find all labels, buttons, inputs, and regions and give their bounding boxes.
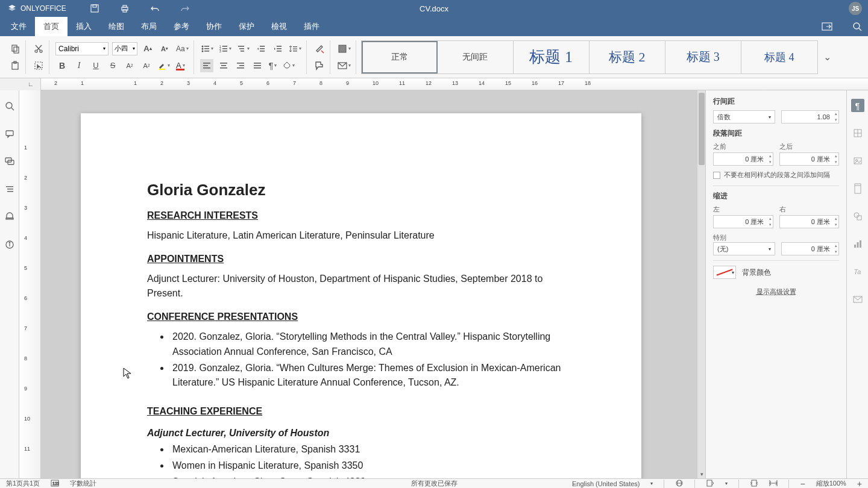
- about-icon[interactable]: [4, 239, 16, 251]
- search-icon[interactable]: [4, 100, 16, 112]
- tab-insert[interactable]: 插入: [68, 17, 100, 36]
- style-heading4[interactable]: 标题 4: [741, 41, 817, 74]
- tab-home[interactable]: 首页: [35, 17, 68, 36]
- style-heading2[interactable]: 标题 2: [590, 41, 665, 74]
- headings-icon[interactable]: [4, 183, 16, 195]
- special-indent-select[interactable]: (无)▾: [713, 242, 775, 255]
- spacing-after-input[interactable]: 0 厘米: [779, 152, 840, 166]
- change-case-button[interactable]: Aa: [175, 42, 190, 55]
- fit-page-icon[interactable]: [750, 479, 758, 489]
- style-no-spacing[interactable]: 无间距: [438, 41, 514, 74]
- style-heading3[interactable]: 标题 3: [665, 41, 741, 74]
- feedback-icon[interactable]: [4, 211, 16, 223]
- chat-icon[interactable]: [4, 155, 16, 167]
- line-spacing-value-input[interactable]: 1.08: [781, 110, 839, 124]
- select-all-button[interactable]: [32, 59, 45, 72]
- font-size-select[interactable]: 小四▾: [112, 42, 137, 55]
- italic-button[interactable]: I: [72, 59, 86, 72]
- style-heading1[interactable]: 标题 1: [514, 41, 590, 74]
- tab-file[interactable]: 文件: [2, 17, 35, 36]
- user-avatar[interactable]: JS: [849, 2, 862, 15]
- font-name-select[interactable]: Calibri▾: [55, 42, 108, 55]
- bullets-button[interactable]: [200, 42, 215, 55]
- mail-merge-settings-icon[interactable]: [851, 293, 864, 306]
- scroll-thumb[interactable]: [699, 93, 705, 165]
- numbering-button[interactable]: 123: [218, 42, 233, 55]
- strikethrough-button[interactable]: S: [106, 59, 119, 72]
- language-select[interactable]: English (United States): [572, 480, 640, 487]
- line-spacing-mode-select[interactable]: 倍数▾: [713, 110, 775, 124]
- align-justify-button[interactable]: [251, 59, 264, 72]
- document-canvas[interactable]: Gloria Gonzalez RESEARCH INTERESTS Hispa…: [41, 90, 697, 478]
- align-right-button[interactable]: [234, 59, 247, 72]
- font-color-button[interactable]: A: [175, 59, 186, 72]
- fit-width-icon[interactable]: [769, 480, 778, 488]
- spacing-before-input[interactable]: 0 厘米: [713, 152, 773, 166]
- track-changes-icon[interactable]: [706, 479, 714, 489]
- tab-protect[interactable]: 保护: [230, 17, 263, 36]
- mail-merge-button[interactable]: [336, 59, 352, 72]
- underline-button[interactable]: U: [89, 59, 102, 72]
- paragraph-shading-button[interactable]: [336, 42, 352, 55]
- cut-button[interactable]: [32, 42, 45, 55]
- save-button[interactable]: [89, 2, 101, 14]
- undo-button[interactable]: [149, 2, 161, 14]
- align-center-button[interactable]: [217, 59, 230, 72]
- show-advanced-link[interactable]: 显示高级设置: [713, 287, 839, 296]
- zoom-out-button[interactable]: −: [800, 479, 805, 489]
- header-footer-icon[interactable]: [851, 182, 864, 195]
- nonprinting-chars-button[interactable]: ¶: [268, 59, 278, 72]
- superscript-button[interactable]: A2: [123, 59, 136, 72]
- svg-rect-82: [860, 240, 861, 248]
- special-indent-value-input[interactable]: 0 厘米: [781, 242, 839, 255]
- print-button[interactable]: [119, 2, 131, 14]
- text-art-icon[interactable]: Ta: [851, 265, 864, 278]
- tab-collaboration[interactable]: 协作: [198, 17, 230, 36]
- search-button[interactable]: [851, 20, 863, 33]
- line-spacing-button[interactable]: [288, 42, 303, 55]
- table-settings-icon[interactable]: [851, 127, 864, 140]
- open-location-button[interactable]: [821, 20, 833, 33]
- scroll-down-icon[interactable]: ▾: [697, 470, 706, 478]
- shading-button[interactable]: [281, 59, 296, 72]
- indent-right-input[interactable]: 0 厘米: [779, 215, 840, 228]
- shape-settings-icon[interactable]: [851, 210, 864, 223]
- no-space-same-style-checkbox[interactable]: [713, 172, 720, 179]
- clear-formatting-button[interactable]: [313, 42, 326, 55]
- subscript-button[interactable]: A2: [140, 59, 153, 72]
- background-color-picker[interactable]: ▾: [713, 266, 736, 279]
- decrease-font-button[interactable]: A▾: [158, 42, 171, 55]
- page-info[interactable]: 第1页共1页: [6, 479, 40, 488]
- increase-indent-button[interactable]: [271, 42, 285, 55]
- vertical-scrollbar[interactable]: ▴ ▾: [697, 90, 705, 478]
- align-left-button[interactable]: [200, 59, 213, 72]
- copy-style-button[interactable]: [313, 59, 326, 72]
- spellcheck-icon[interactable]: [675, 479, 684, 489]
- zoom-in-button[interactable]: +: [857, 479, 862, 489]
- styles-expand-button[interactable]: ⌄: [820, 51, 835, 63]
- tab-view[interactable]: 檢視: [263, 17, 295, 36]
- zoom-value[interactable]: 縮放100%: [816, 479, 846, 488]
- tab-plugins[interactable]: 插件: [295, 17, 328, 36]
- chart-settings-icon[interactable]: [851, 237, 864, 251]
- image-settings-icon[interactable]: [851, 154, 864, 167]
- multilevel-list-button[interactable]: [236, 42, 251, 55]
- redo-button[interactable]: [179, 2, 191, 14]
- paste-button[interactable]: [8, 59, 22, 72]
- word-count-label[interactable]: 字數統計: [70, 479, 96, 488]
- paragraph-settings-icon[interactable]: ¶: [851, 99, 864, 112]
- decrease-indent-button[interactable]: [254, 42, 268, 55]
- indent-left-input[interactable]: 0 厘米: [713, 215, 773, 228]
- tab-references[interactable]: 参考: [165, 17, 198, 36]
- word-count-icon[interactable]: 123: [51, 480, 59, 488]
- bold-button[interactable]: B: [55, 59, 69, 72]
- vertical-ruler[interactable]: 1234567891011: [19, 90, 41, 478]
- increase-font-button[interactable]: A▴: [141, 42, 154, 55]
- highlight-color-button[interactable]: [157, 59, 171, 72]
- tab-draw[interactable]: 绘图: [100, 17, 133, 36]
- tab-layout[interactable]: 布局: [133, 17, 165, 36]
- style-normal[interactable]: 正常: [362, 41, 438, 74]
- copy-button[interactable]: [8, 42, 22, 55]
- comments-icon[interactable]: [4, 128, 16, 140]
- horizontal-ruler[interactable]: ∟ 21123456789101112131415161718: [0, 78, 868, 90]
